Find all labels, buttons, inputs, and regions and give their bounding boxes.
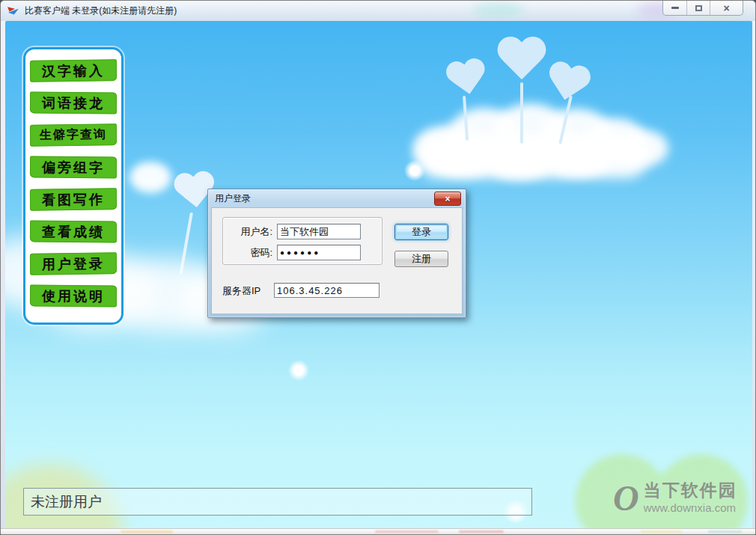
sidebar-item-picture-writing[interactable]: 看图写作 [30,188,117,210]
login-dialog-titlebar[interactable]: 用户登录 [208,189,466,207]
frame-smudge [708,531,742,533]
login-dialog: 用户登录 × 用户名: 密码: 服务器IP 登录 注册 [207,189,466,318]
sidebar-item-view-scores[interactable]: 查看成绩 [30,220,117,242]
frame-smudge [641,531,682,533]
password-input[interactable] [277,245,361,260]
sidebar-item-radical-compose[interactable]: 偏旁组字 [30,156,117,178]
cloud [586,118,646,163]
balloon-stem [179,213,193,275]
balloon-stem [520,82,523,144]
sparkle [288,360,309,381]
cloud [621,130,668,166]
cloud [129,162,171,193]
cloud [417,135,649,178]
cloud [433,142,495,177]
maximize-button[interactable] [686,1,710,15]
cloud [546,142,610,177]
cloud [413,126,481,171]
sidebar-item-rare-char-lookup[interactable]: 生僻字查询 [30,123,117,146]
frame-smudge [121,531,173,533]
watermark-url: www.downxia.com [644,501,737,515]
sidebar-item-instructions[interactable]: 使用说明 [30,284,117,307]
close-icon: × [723,3,729,13]
cloud [541,108,612,161]
sidebar-item-hanzi-input[interactable]: 汉字输入 [30,59,117,82]
username-label: 用户名: [223,224,272,239]
window-bottom-frame [1,528,755,534]
sidebar-menu: 汉字输入 词语接龙 生僻字查询 偏旁组字 看图写作 查看成绩 用户登录 使用说明 [23,47,124,325]
main-content-area: 汉字输入 词语接龙 生僻字查询 偏旁组字 看图写作 查看成绩 用户登录 使用说明… [5,21,752,531]
app-icon [7,6,19,16]
frame-smudge [459,531,504,533]
cloud [486,144,553,180]
titlebar-glass-tint [472,2,525,17]
balloon-stem [463,96,469,141]
minimize-icon [671,7,679,9]
login-button[interactable]: 登录 [394,224,448,240]
cloud [448,108,519,162]
window-title: 比赛客户端 未登录(如未注册请先注册) [25,4,177,17]
frame-smudge [375,531,439,533]
maximize-icon [695,5,702,11]
password-label: 密码: [223,245,272,260]
sparkle [404,160,425,181]
sidebar-item-word-chain[interactable]: 词语接龙 [30,91,117,114]
credentials-groupbox: 用户名: 密码: [222,217,382,265]
balloon-stem [558,96,573,144]
register-button[interactable]: 注册 [394,251,448,267]
dialog-close-icon: × [445,195,450,204]
server-ip-input[interactable] [274,283,379,298]
login-dialog-title: 用户登录 [215,192,251,205]
cloud [493,103,568,160]
watermark: O 当下软件园 www.downxia.com [613,479,737,518]
login-dialog-body: 用户名: 密码: 服务器IP 登录 注册 [211,207,463,314]
dialog-close-button[interactable]: × [434,192,461,206]
status-box: 未注册用户 [23,488,532,516]
window-controls: × [662,1,743,16]
watermark-name: 当下软件园 [644,479,737,501]
watermark-logo: O [613,479,639,518]
app-window: 比赛客户端 未登录(如未注册请先注册) × [0,0,756,535]
sidebar-item-user-login[interactable]: 用户登录 [30,252,117,275]
window-titlebar[interactable]: 比赛客户端 未登录(如未注册请先注册) × [1,1,755,21]
username-input[interactable] [277,224,361,239]
server-ip-label: 服务器IP [222,283,272,299]
close-button[interactable]: × [710,1,743,15]
minimize-button[interactable] [663,1,686,15]
